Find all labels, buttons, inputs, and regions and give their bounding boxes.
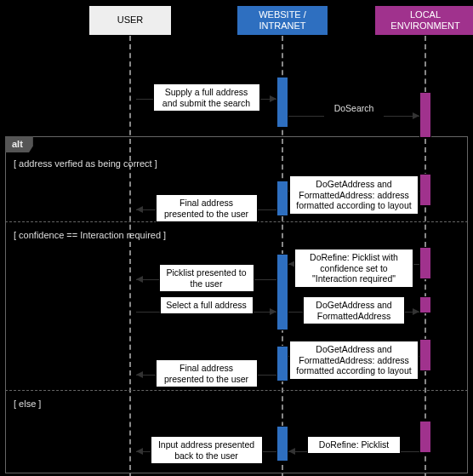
activation-3 — [419, 174, 431, 206]
alt-guard-1: [ confidence == Interaction required ] — [14, 230, 166, 241]
message-m2: DoSearch — [324, 100, 384, 117]
alt-guard-2: [ else ] — [14, 399, 41, 410]
message-m7: Select a full address — [160, 296, 254, 314]
message-m3: DoGetAddress and FormattedAddress: addre… — [289, 175, 419, 215]
message-m5: DoRefine: Picklist with confidence set t… — [294, 249, 413, 288]
alt-divider-1 — [5, 390, 468, 391]
participant-user: USER — [88, 5, 172, 36]
activation-5 — [419, 247, 431, 279]
activation-9 — [276, 426, 288, 462]
participant-website: WEBSITE / INTRANET — [236, 5, 328, 36]
message-m12: Input address presented back to the user — [151, 436, 263, 464]
alt-guard-0: [ address verfied as being correct ] — [14, 158, 157, 169]
sequence-diagram: USERWEBSITE / INTRANETLOCAL ENVIRONMENTa… — [0, 0, 473, 476]
message-m9: DoGetAddress and FormattedAddress: addre… — [289, 341, 419, 380]
message-m10: Final address presented to the user — [156, 359, 258, 387]
message-m6: Picklist presented to the user — [159, 264, 254, 292]
activation-0 — [276, 77, 288, 128]
message-m8: DoGetAddress and FormattedAddress — [303, 296, 405, 324]
message-m1: Supply a full address and submit the sea… — [153, 83, 260, 112]
activation-2 — [276, 181, 288, 216]
activation-1 — [419, 92, 431, 138]
activation-4 — [276, 254, 288, 330]
alt-label: alt — [5, 136, 33, 152]
participant-local: LOCAL ENVIRONMENT — [374, 5, 473, 36]
activation-7 — [276, 346, 288, 381]
message-m11: DoRefine: Picklist — [307, 436, 401, 454]
message-m4: Final address presented to the user — [156, 194, 258, 222]
activation-10 — [419, 421, 431, 453]
activation-8 — [419, 339, 431, 371]
activation-6 — [419, 296, 431, 313]
